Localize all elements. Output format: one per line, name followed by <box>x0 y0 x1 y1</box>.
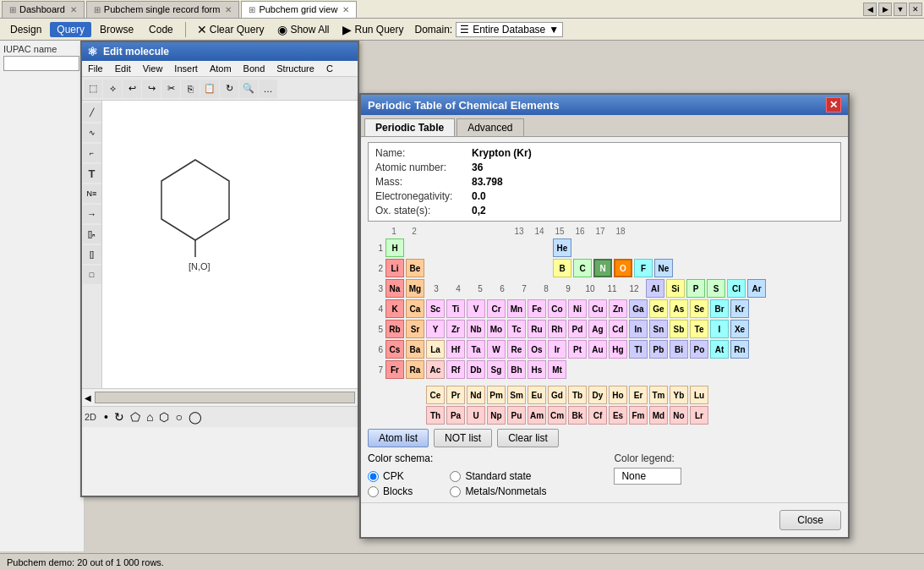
elem-Sc[interactable]: Sc <box>426 299 445 318</box>
tab-dashboard-close[interactable]: ✕ <box>70 5 77 14</box>
copy-btn[interactable]: ⎘ <box>181 79 200 98</box>
em-scrollbar-h[interactable] <box>95 392 355 403</box>
redo-btn[interactable]: ↪ <box>142 79 161 98</box>
nav-menu[interactable]: ▼ <box>894 3 907 16</box>
atom-list-button[interactable]: Atom list <box>368 429 429 447</box>
elem-W[interactable]: W <box>487 340 506 359</box>
menu-query[interactable]: Query <box>50 22 91 37</box>
em-scroll-left[interactable]: ◀ <box>85 393 91 403</box>
elem-Tc[interactable]: Tc <box>507 320 526 338</box>
iupac-input[interactable] <box>3 56 79 71</box>
elem-Mn[interactable]: Mn <box>507 299 526 318</box>
elem-Ga[interactable]: Ga <box>629 299 648 318</box>
em-shape-oval[interactable]: ◯ <box>187 409 204 425</box>
clear-list-button[interactable]: Clear list <box>497 429 559 447</box>
nitrogen-tool[interactable]: N≡ <box>83 184 101 203</box>
tab-single-record[interactable]: ⊞ Pubchem single record form ✕ <box>86 1 240 18</box>
elem-Am[interactable]: Am <box>528 406 546 425</box>
lasso-tool[interactable]: ⟡ <box>103 79 122 98</box>
elem-Pb[interactable]: Pb <box>649 340 668 359</box>
subscript-tool[interactable]: []ₙ <box>83 225 101 244</box>
nav-right[interactable]: ▶ <box>878 3 892 16</box>
elem-Eu[interactable]: Eu <box>528 386 546 404</box>
wave-tool[interactable]: ∿ <box>83 123 101 142</box>
elem-Sn[interactable]: Sn <box>649 320 668 338</box>
elem-Np[interactable]: Np <box>487 406 506 425</box>
radio-blocks[interactable]: Blocks <box>368 485 433 497</box>
elem-Gd[interactable]: Gd <box>548 386 566 404</box>
pd-tab-advanced[interactable]: Advanced <box>457 118 523 136</box>
elem-B[interactable]: B <box>553 259 571 277</box>
zoom-in-btn[interactable]: 🔍 <box>239 79 258 98</box>
elem-Mo[interactable]: Mo <box>487 320 506 338</box>
elem-La[interactable]: La <box>426 340 445 359</box>
em-refresh[interactable]: ↻ <box>112 409 126 425</box>
elem-Yb[interactable]: Yb <box>670 386 688 404</box>
em-dot1[interactable]: • <box>102 409 110 425</box>
elem-At[interactable]: At <box>710 340 729 359</box>
tab-single-record-close[interactable]: ✕ <box>225 5 232 14</box>
elem-Pd[interactable]: Pd <box>568 320 587 338</box>
elem-Pu[interactable]: Pu <box>507 406 526 425</box>
elem-Cl[interactable]: Cl <box>727 279 746 298</box>
elem-Sm[interactable]: Sm <box>507 386 526 404</box>
radio-blocks-input[interactable] <box>368 486 379 497</box>
elem-Br[interactable]: Br <box>710 299 729 318</box>
elem-Kr[interactable]: Kr <box>730 299 749 318</box>
elem-Cf[interactable]: Cf <box>588 406 607 425</box>
elem-Rh[interactable]: Rh <box>548 320 566 338</box>
close-button[interactable]: Close <box>779 510 841 530</box>
elem-Ru[interactable]: Ru <box>528 320 546 338</box>
elem-Hg[interactable]: Hg <box>609 340 627 359</box>
select-tool[interactable]: ⬚ <box>84 79 102 98</box>
elem-Al[interactable]: Al <box>646 279 664 298</box>
elem-Zr[interactable]: Zr <box>446 320 465 338</box>
elem-Fr[interactable]: Fr <box>385 360 404 379</box>
cut-btn[interactable]: ✂ <box>161 79 180 98</box>
elem-Ta[interactable]: Ta <box>467 340 485 359</box>
tab-grid-view-close[interactable]: ✕ <box>342 5 349 14</box>
paste-btn[interactable]: 📋 <box>200 79 219 98</box>
tab-grid-view[interactable]: ⊞ Pubchem grid view ✕ <box>241 1 357 18</box>
clear-query-button[interactable]: ✕ Clear Query <box>191 20 271 39</box>
elem-Te[interactable]: Te <box>690 320 708 338</box>
elem-Se[interactable]: Se <box>690 299 708 318</box>
elem-Db[interactable]: Db <box>467 360 485 379</box>
em-menu-bond[interactable]: Bond <box>241 63 268 74</box>
elem-K[interactable]: K <box>385 299 404 318</box>
em-menu-view[interactable]: View <box>140 63 166 74</box>
arrow-tool[interactable]: → <box>83 205 101 223</box>
elem-Ho[interactable]: Ho <box>609 386 627 404</box>
elem-Zn[interactable]: Zn <box>609 299 627 318</box>
radio-standard[interactable]: Standard state <box>450 470 546 482</box>
elem-Xe[interactable]: Xe <box>730 320 749 338</box>
elem-In[interactable]: In <box>629 320 648 338</box>
elem-H[interactable]: H <box>385 238 404 257</box>
elem-Ni[interactable]: Ni <box>568 299 587 318</box>
elem-Sb[interactable]: Sb <box>670 320 688 338</box>
elem-Fm[interactable]: Fm <box>629 406 648 425</box>
elem-Rb[interactable]: Rb <box>385 320 404 338</box>
elem-Li[interactable]: Li <box>385 259 404 277</box>
elem-Sr[interactable]: Sr <box>406 320 424 338</box>
menu-design[interactable]: Design <box>3 22 48 37</box>
elem-Y[interactable]: Y <box>426 320 445 338</box>
elem-Hf[interactable]: Hf <box>446 340 465 359</box>
radio-cpk[interactable]: CPK <box>368 470 433 482</box>
domain-dropdown[interactable]: ☰ Entire Database ▼ <box>456 22 563 37</box>
elem-Cu[interactable]: Cu <box>588 299 607 318</box>
elem-Rn[interactable]: Rn <box>730 340 749 359</box>
elem-I[interactable]: I <box>710 320 729 338</box>
elem-Nb[interactable]: Nb <box>467 320 485 338</box>
radio-cpk-input[interactable] <box>368 471 379 482</box>
elem-Er[interactable]: Er <box>629 386 648 404</box>
elem-Lu[interactable]: Lu <box>690 386 708 404</box>
elem-C[interactable]: C <box>573 259 592 277</box>
elem-Fe[interactable]: Fe <box>528 299 546 318</box>
draw-tool[interactable]: ╱ <box>83 103 101 122</box>
elem-Tl[interactable]: Tl <box>629 340 648 359</box>
elem-F[interactable]: F <box>634 259 653 277</box>
radio-metals[interactable]: Metals/Nonmetals <box>450 485 546 497</box>
rect-tool[interactable]: □ <box>83 266 101 284</box>
elem-Mt[interactable]: Mt <box>548 360 566 379</box>
